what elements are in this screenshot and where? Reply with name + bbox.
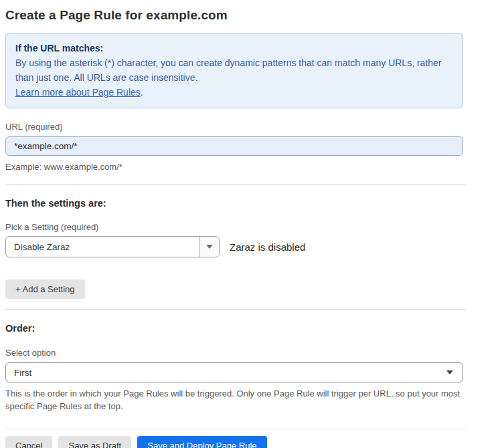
divider — [5, 184, 466, 185]
order-select-label: Select option — [5, 348, 463, 358]
pick-setting-label: Pick a Setting (required) — [5, 222, 463, 232]
setting-select-value: Disable Zaraz — [6, 237, 199, 257]
setting-select-arrow-button[interactable] — [199, 237, 219, 257]
order-helper-text: This is the order in which your Page Rul… — [5, 387, 463, 413]
save-and-deploy-button[interactable]: Save and Deploy Page Rule — [137, 436, 266, 448]
url-field-label: URL (required) — [5, 122, 463, 132]
cancel-button[interactable]: Cancel — [5, 436, 52, 448]
action-button-row: Cancel Save as Draft Save and Deploy Pag… — [5, 436, 463, 448]
chevron-down-icon — [206, 245, 213, 249]
link-period: . — [141, 87, 143, 98]
save-as-draft-button[interactable]: Save as Draft — [58, 436, 131, 448]
divider — [5, 429, 466, 429]
chevron-down-icon — [446, 370, 453, 374]
divider — [5, 309, 466, 310]
setting-status-text: Zaraz is disabled — [230, 241, 305, 253]
setting-select-dropdown[interactable]: Disable Zaraz — [5, 236, 220, 257]
url-input[interactable] — [5, 136, 463, 156]
info-box-body: By using the asterisk (*) character, you… — [15, 55, 450, 85]
settings-section-heading: Then the settings are: — [5, 198, 463, 209]
url-match-info-box: If the URL matches: By using the asteris… — [5, 33, 463, 108]
form-container: Create a Page Rule for example.com If th… — [0, 0, 463, 448]
order-select-dropdown[interactable]: First — [5, 362, 463, 382]
order-select-value: First — [14, 368, 31, 378]
info-box-heading: If the URL matches: — [15, 41, 453, 55]
info-box-link-line: Learn more about Page Rules. — [15, 85, 453, 100]
order-section-heading: Order: — [5, 323, 463, 334]
add-setting-button[interactable]: + Add a Setting — [5, 279, 85, 299]
page-rule-form-page: Create a Page Rule for example.com If th… — [0, 0, 502, 448]
learn-more-link[interactable]: Learn more about Page Rules — [15, 87, 141, 98]
url-example-helper: Example: www.example.com/* — [5, 160, 463, 173]
page-title: Create a Page Rule for example.com — [5, 8, 463, 23]
setting-row: Disable Zaraz Zaraz is disabled — [5, 236, 463, 257]
